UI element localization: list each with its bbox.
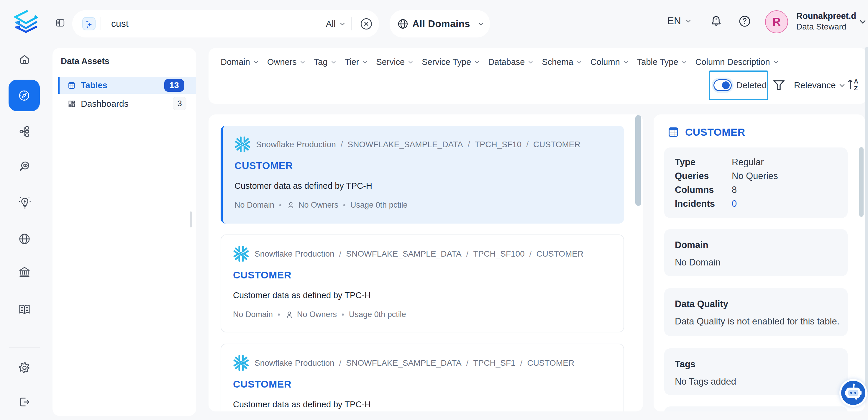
svg-text:Z: Z: [854, 85, 858, 91]
svg-text:A: A: [854, 78, 858, 85]
